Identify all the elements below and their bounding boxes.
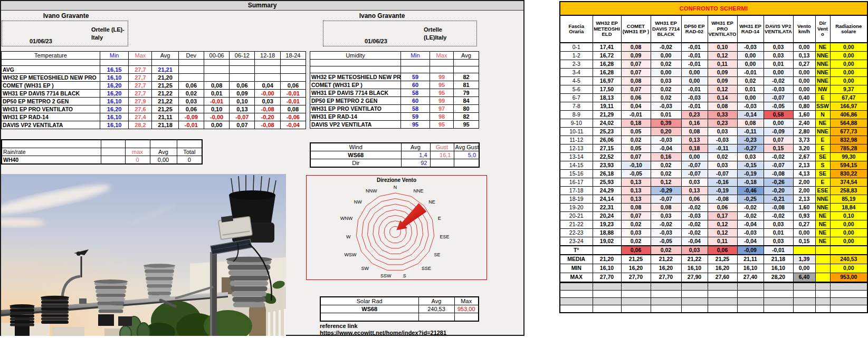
delta-value[interactable]: -0,02 xyxy=(737,204,764,212)
wind-value[interactable]: 0,27 xyxy=(793,220,815,229)
delta-value[interactable]: 0,03 xyxy=(681,178,708,187)
humidity-max[interactable]: 95 xyxy=(430,89,454,97)
radiation-value[interactable]: 18,84 xyxy=(830,204,867,212)
delta-value[interactable]: -0,04 xyxy=(651,144,681,153)
sensor-label[interactable]: DP50 EP METPRO 2 GEN xyxy=(2,98,100,105)
cell[interactable] xyxy=(793,283,815,291)
radiation-value[interactable]: 258,83 xyxy=(830,187,867,195)
delta-value[interactable]: -0,01 xyxy=(681,43,708,52)
solar-sensor-label[interactable]: WS68 xyxy=(320,305,418,313)
temperature-header[interactable]: Temperature xyxy=(2,52,100,60)
wind-dir-value[interactable]: NNE xyxy=(815,128,830,136)
temp-avg[interactable]: 21,18 xyxy=(152,121,178,129)
sensor-label[interactable]: DAVIS VP2 VENTILATA xyxy=(310,121,401,129)
summary-temp-value[interactable]: 16,10 xyxy=(737,264,764,273)
temp-max[interactable]: 27,6 xyxy=(129,105,152,113)
cell[interactable] xyxy=(815,255,830,264)
humidity-header[interactable]: Umidity xyxy=(310,52,401,60)
summary-temp-value[interactable]: 27,60 xyxy=(708,273,737,283)
delta-value[interactable]: 0,10 xyxy=(708,43,737,52)
delta-value[interactable]: -0,01 xyxy=(681,102,708,111)
cell[interactable] xyxy=(830,246,867,255)
wind-dir-value[interactable]: N xyxy=(815,111,830,119)
summary-row-label[interactable]: MEDIA xyxy=(560,255,593,264)
cell[interactable] xyxy=(454,159,479,168)
delta-value[interactable]: -0,02 xyxy=(681,229,708,237)
col-wh31-rad14[interactable]: WH31 EP RAD-14 xyxy=(737,15,764,43)
delta-value[interactable]: 0,12 xyxy=(651,178,681,187)
radiation-value[interactable]: 0,00 xyxy=(830,69,867,77)
delta-value[interactable]: -0,07 xyxy=(764,161,793,170)
t-delta-value[interactable]: -0,01 xyxy=(764,246,793,255)
col-dp50-rad02[interactable]: DP50 EP RAD-02 xyxy=(681,15,708,43)
cell[interactable] xyxy=(651,298,681,305)
summary-temp-value[interactable]: 21,18 xyxy=(764,255,793,264)
solar-avg-value[interactable]: 240,53 xyxy=(418,305,454,313)
delta-value[interactable]: -0,03 xyxy=(737,102,764,111)
delta-value[interactable]: -0,02 xyxy=(764,153,793,161)
wind-dir-value[interactable]: NW xyxy=(815,85,830,94)
delta-value[interactable]: 0,12 xyxy=(708,220,737,229)
delta-value[interactable]: -0,04 xyxy=(737,220,764,229)
temp-delta[interactable]: 0,10 xyxy=(230,98,255,105)
delta-value[interactable]: -0,03 xyxy=(737,43,764,52)
delta-value[interactable]: -0,11 xyxy=(708,144,737,153)
temp-value[interactable]: 22,31 xyxy=(593,204,621,212)
temp-delta[interactable]: 0,03 xyxy=(178,98,204,105)
rain-total-value[interactable]: 0 xyxy=(177,156,202,165)
summary-temp-value[interactable]: 27,40 xyxy=(737,273,764,283)
summary-row-label[interactable]: MAX xyxy=(560,273,593,283)
cell[interactable] xyxy=(793,246,815,255)
temp-delta[interactable]: 0,01 xyxy=(204,90,229,98)
humidity-min[interactable]: 60 xyxy=(401,81,430,89)
sensor-label[interactable]: WH31 EP DAVIS 7714 BLACK xyxy=(310,89,401,97)
humidity-avg[interactable]: 82 xyxy=(454,73,479,81)
temp-delta[interactable]: -0,00 xyxy=(255,90,280,98)
cell[interactable] xyxy=(560,291,593,298)
delta-value[interactable]: 0,01 xyxy=(651,111,681,119)
wind-value[interactable]: 4,13 xyxy=(793,170,815,178)
temp-delta[interactable]: 0,00 xyxy=(204,121,229,129)
cell[interactable] xyxy=(204,60,229,66)
delta-value[interactable]: 0,02 xyxy=(651,94,681,102)
cell[interactable] xyxy=(621,305,651,313)
delta-value[interactable]: 0,00 xyxy=(737,52,764,60)
cell[interactable] xyxy=(100,60,128,66)
delta-value[interactable]: -0,09 xyxy=(764,128,793,136)
delta-value[interactable]: -0,15 xyxy=(737,161,764,170)
delta-value[interactable]: 0,13 xyxy=(621,195,651,204)
cell[interactable] xyxy=(178,60,204,66)
delta-value[interactable]: 0,18 xyxy=(681,144,708,153)
wind-value[interactable]: 2,00 xyxy=(793,187,815,195)
cell[interactable] xyxy=(830,298,867,305)
temp-value[interactable]: 18,88 xyxy=(593,229,621,237)
temp-value[interactable]: 27,15 xyxy=(593,144,621,153)
temp-value[interactable]: 21,29 xyxy=(593,111,621,119)
col-davis-vp2[interactable]: DAVIS VP2 VENTILATA xyxy=(764,15,793,43)
delta-value[interactable]: 0,07 xyxy=(621,60,651,69)
col-wind-gust[interactable]: Gust xyxy=(430,143,454,151)
t-delta-value[interactable]: 0,06 xyxy=(708,246,737,255)
wind-avg-value[interactable]: 1,4 xyxy=(401,151,430,159)
report-location-right[interactable]: Ortelle (LE)Italy xyxy=(424,26,454,42)
radiation-value[interactable]: 166,97 xyxy=(830,102,867,111)
temp-value[interactable]: 17,50 xyxy=(593,85,621,94)
sensor-label[interactable]: DP50 EP METPRO 2 GEN xyxy=(310,97,401,105)
summary-temp-value[interactable]: 16,20 xyxy=(621,264,651,273)
delta-value[interactable]: -0,19 xyxy=(708,187,737,195)
cell[interactable] xyxy=(737,305,764,313)
cell[interactable] xyxy=(764,283,793,291)
delta-value[interactable]: 0,23 xyxy=(681,111,708,119)
cell[interactable] xyxy=(708,291,737,298)
cell[interactable] xyxy=(320,313,418,322)
humidity-avg[interactable]: 81 xyxy=(454,81,479,89)
col-dir-vento[interactable]: Dir Vento xyxy=(815,15,830,43)
col-max[interactable]: Max xyxy=(129,52,152,60)
temp-value[interactable]: 16,72 xyxy=(593,52,621,60)
hour-slot[interactable]: 1-2 xyxy=(560,52,593,60)
summary-temp-value[interactable]: 27,70 xyxy=(621,273,651,283)
hour-slot[interactable]: 2-3 xyxy=(560,60,593,69)
humidity-max[interactable]: 99 xyxy=(430,97,454,105)
owner-name-left[interactable]: Ivano Gravante xyxy=(5,12,127,20)
cell[interactable] xyxy=(430,66,454,73)
